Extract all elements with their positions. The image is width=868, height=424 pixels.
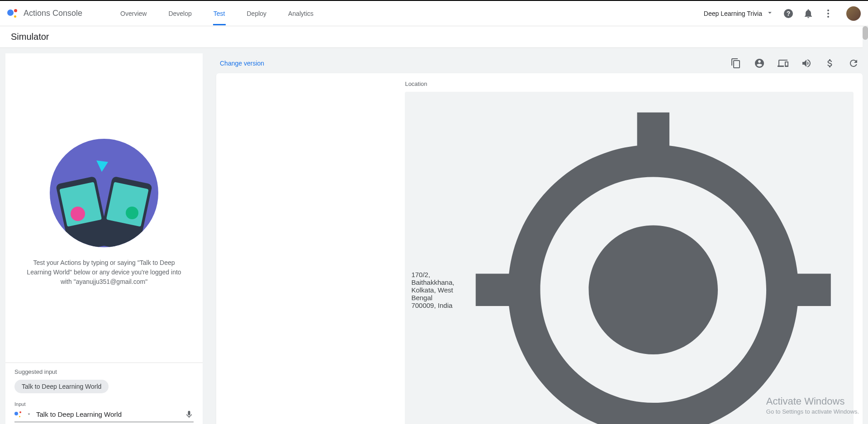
input-section: Input xyxy=(5,398,203,424)
toolbar-icons xyxy=(730,58,859,69)
location-group: Location 170/2, Baithakkhana, Kolkata, W… xyxy=(405,80,854,424)
help-icon[interactable]: ? xyxy=(783,8,794,19)
tab-deploy[interactable]: Deploy xyxy=(236,2,278,25)
project-selector[interactable]: Deep Learning Trivia xyxy=(704,9,774,18)
tab-test[interactable]: Test xyxy=(203,2,236,25)
assistant-logo-icon xyxy=(7,8,18,19)
product-name: Actions Console xyxy=(24,9,82,18)
logo-section: Actions Console xyxy=(7,8,82,19)
copy-icon[interactable] xyxy=(730,58,741,69)
preview-illustration xyxy=(50,139,158,247)
nav-tabs: Overview Develop Test Deploy Analytics xyxy=(109,2,324,25)
project-name: Deep Learning Trivia xyxy=(704,10,762,17)
location-label: Location xyxy=(405,80,854,87)
scrollbar[interactable] xyxy=(863,26,868,424)
svg-point-3 xyxy=(827,13,829,14)
notifications-icon[interactable] xyxy=(803,8,814,19)
query-input[interactable] xyxy=(36,409,180,420)
suggested-chip[interactable]: Talk to Deep Learning World xyxy=(14,380,109,393)
dollar-icon[interactable] xyxy=(825,58,835,69)
volume-icon[interactable] xyxy=(801,58,812,69)
settings-card: Surface Language xyxy=(216,73,863,424)
user-avatar[interactable] xyxy=(846,6,861,21)
svg-point-2 xyxy=(827,9,829,11)
scroll-thumb[interactable] xyxy=(863,26,868,40)
location-value: 170/2, Baithakkhana, Kolkata, West Benga… xyxy=(411,271,454,309)
user-icon[interactable] xyxy=(754,58,765,69)
instructions-text: Test your Actions by typing or saying "T… xyxy=(19,258,189,287)
input-row xyxy=(14,409,194,422)
svg-point-4 xyxy=(827,16,829,18)
chevron-down-icon xyxy=(766,9,774,18)
page-title: Simulator xyxy=(0,26,868,48)
toolbar-top: Change version xyxy=(216,53,863,73)
assistant-mini-icon xyxy=(14,411,22,418)
header-right: Deep Learning Trivia ? xyxy=(704,6,861,21)
svg-text:?: ? xyxy=(787,10,791,17)
tab-overview[interactable]: Overview xyxy=(109,2,157,25)
devices-icon[interactable] xyxy=(778,58,788,69)
preview-area: Test your Actions by typing or saying "T… xyxy=(5,53,203,363)
tab-develop[interactable]: Develop xyxy=(157,2,202,25)
input-dropdown-icon[interactable] xyxy=(26,410,32,419)
main-header: Actions Console Overview Develop Test De… xyxy=(0,1,868,26)
location-input[interactable]: 170/2, Baithakkhana, Kolkata, West Benga… xyxy=(405,92,854,424)
debug-panel: Change version xyxy=(203,53,863,424)
locate-icon[interactable] xyxy=(460,96,847,424)
refresh-icon[interactable] xyxy=(848,58,859,69)
suggested-section: Suggested input Talk to Deep Learning Wo… xyxy=(5,363,203,398)
change-version-link[interactable]: Change version xyxy=(220,60,264,67)
input-label: Input xyxy=(14,401,194,407)
main-content: Test your Actions by typing or saying "T… xyxy=(0,48,868,424)
mic-icon[interactable] xyxy=(185,410,194,419)
suggested-label: Suggested input xyxy=(14,368,194,375)
more-vert-icon[interactable] xyxy=(823,8,834,19)
tab-analytics[interactable]: Analytics xyxy=(277,2,324,25)
simulator-panel: Test your Actions by typing or saying "T… xyxy=(5,53,203,424)
